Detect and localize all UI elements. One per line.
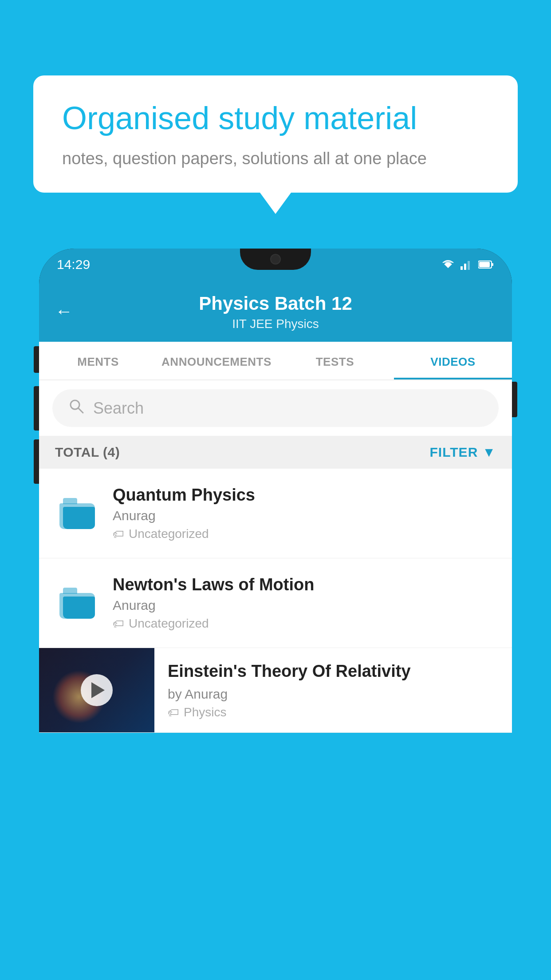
video-tag: 🏷 Physics (168, 705, 499, 719)
tabs-container: MENTS ANNOUNCEMENTS TESTS VIDEOS (39, 342, 512, 380)
video-author: by Anurag (168, 687, 499, 702)
tab-announcements[interactable]: ANNOUNCEMENTS (157, 342, 276, 379)
tab-tests[interactable]: TESTS (276, 342, 394, 379)
speech-bubble-container: Organised study material notes, question… (33, 75, 518, 193)
phone-frame: 14:29 (39, 249, 512, 733)
video-title: Einstein's Theory Of Relativity (168, 660, 499, 682)
volume-up-button (34, 386, 39, 431)
status-icons (441, 259, 494, 270)
phone-notch (240, 249, 311, 270)
power-button (512, 382, 517, 417)
svg-rect-6 (492, 263, 493, 266)
folder-icon-wrap (55, 581, 99, 625)
svg-line-8 (79, 408, 83, 413)
speech-bubble: Organised study material notes, question… (33, 75, 518, 193)
tag-icon: 🏷 (113, 527, 124, 541)
filter-bar: TOTAL (4) FILTER ▼ (39, 436, 512, 469)
folder-icon (59, 588, 95, 619)
header-subtitle: IIT JEE Physics (57, 317, 494, 331)
item-author: Anurag (113, 508, 496, 523)
item-info: Quantum Physics Anurag 🏷 Uncategorized (113, 486, 496, 541)
mute-button (34, 346, 39, 373)
back-button[interactable]: ← (55, 301, 73, 321)
battery-icon (478, 260, 494, 269)
search-container: Search (39, 380, 512, 436)
item-title: Newton's Laws of Motion (113, 575, 496, 594)
front-camera (270, 254, 281, 265)
play-icon (91, 682, 105, 698)
header-title: Physics Batch 12 (57, 293, 494, 314)
svg-rect-1 (460, 266, 463, 270)
filter-icon: ▼ (482, 445, 496, 460)
app-header: ← Physics Batch 12 IIT JEE Physics (39, 281, 512, 342)
total-count: TOTAL (4) (55, 445, 120, 460)
bubble-heading: Organised study material (62, 100, 489, 137)
list-item[interactable]: Quantum Physics Anurag 🏷 Uncategorized (39, 469, 512, 558)
item-author: Anurag (113, 598, 496, 613)
volume-down-button (34, 439, 39, 484)
phone-wrapper: 14:29 (39, 249, 512, 980)
play-button[interactable] (81, 674, 113, 706)
svg-marker-0 (445, 265, 452, 268)
filter-button[interactable]: FILTER ▼ (430, 445, 496, 460)
content-list: Quantum Physics Anurag 🏷 Uncategorized (39, 469, 512, 733)
tag-icon: 🏷 (113, 617, 124, 631)
tab-videos[interactable]: VIDEOS (394, 342, 512, 379)
svg-rect-2 (464, 264, 466, 270)
status-time: 14:29 (57, 257, 90, 272)
svg-rect-5 (479, 262, 490, 267)
item-title: Quantum Physics (113, 486, 496, 505)
search-icon (68, 398, 84, 418)
folder-icon-wrap (55, 491, 99, 536)
signal-icon (460, 259, 473, 270)
svg-rect-3 (468, 261, 470, 270)
search-bar[interactable]: Search (52, 389, 499, 427)
tag-icon: 🏷 (168, 706, 179, 719)
search-placeholder: Search (93, 399, 144, 418)
list-item[interactable]: Newton's Laws of Motion Anurag 🏷 Uncateg… (39, 558, 512, 648)
item-tag: 🏷 Uncategorized (113, 527, 496, 541)
tab-ments[interactable]: MENTS (39, 342, 157, 379)
wifi-icon (441, 259, 455, 270)
video-info: Einstein's Theory Of Relativity by Anura… (154, 648, 512, 732)
item-tag: 🏷 Uncategorized (113, 616, 496, 631)
video-item[interactable]: Einstein's Theory Of Relativity by Anura… (39, 648, 512, 733)
item-info: Newton's Laws of Motion Anurag 🏷 Uncateg… (113, 575, 496, 631)
bubble-subtext: notes, question papers, solutions all at… (62, 149, 489, 168)
status-bar: 14:29 (39, 249, 512, 281)
folder-icon (59, 498, 95, 529)
video-thumbnail (39, 648, 154, 732)
